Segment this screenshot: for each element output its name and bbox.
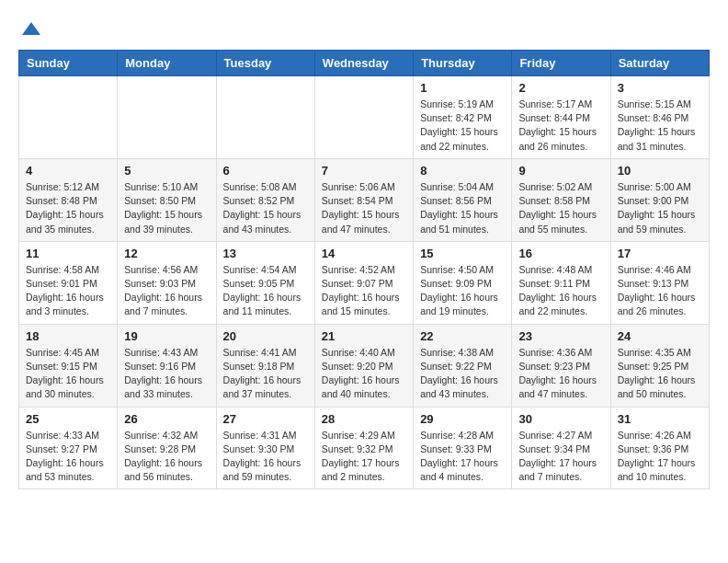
day-number: 18 (26, 329, 110, 343)
day-info: Sunrise: 5:00 AM Sunset: 9:00 PM Dayligh… (618, 180, 702, 236)
day-info: Sunrise: 4:28 AM Sunset: 9:33 PM Dayligh… (420, 429, 505, 485)
day-cell: 17Sunrise: 4:46 AM Sunset: 9:13 PM Dayli… (610, 241, 709, 324)
weekday-header-monday: Monday (118, 51, 216, 76)
day-number: 11 (26, 247, 110, 260)
day-cell: 18Sunrise: 4:45 AM Sunset: 9:15 PM Dayli… (19, 324, 118, 407)
weekday-header-friday: Friday (512, 51, 610, 76)
day-info: Sunrise: 4:48 AM Sunset: 9:11 PM Dayligh… (518, 263, 603, 319)
day-cell: 31Sunrise: 4:26 AM Sunset: 9:36 PM Dayli… (610, 407, 709, 489)
day-cell: 25Sunrise: 4:33 AM Sunset: 9:27 PM Dayli… (19, 407, 118, 489)
day-cell: 20Sunrise: 4:41 AM Sunset: 9:18 PM Dayli… (216, 324, 314, 407)
day-cell: 23Sunrise: 4:36 AM Sunset: 9:23 PM Dayli… (512, 324, 610, 407)
day-number: 5 (124, 164, 209, 178)
day-cell: 3Sunrise: 5:15 AM Sunset: 8:46 PM Daylig… (610, 76, 709, 159)
day-cell: 19Sunrise: 4:43 AM Sunset: 9:16 PM Dayli… (118, 324, 216, 407)
day-cell: 13Sunrise: 4:54 AM Sunset: 9:05 PM Dayli… (216, 241, 314, 324)
day-number: 7 (322, 164, 406, 178)
week-row-5: 25Sunrise: 4:33 AM Sunset: 9:27 PM Dayli… (19, 407, 710, 489)
day-cell: 1Sunrise: 5:19 AM Sunset: 8:42 PM Daylig… (414, 76, 512, 159)
day-info: Sunrise: 4:56 AM Sunset: 9:03 PM Dayligh… (124, 263, 209, 319)
day-info: Sunrise: 4:36 AM Sunset: 9:23 PM Dayligh… (518, 346, 603, 402)
day-info: Sunrise: 5:10 AM Sunset: 8:50 PM Dayligh… (124, 180, 209, 236)
day-cell (19, 76, 118, 159)
day-cell: 26Sunrise: 4:32 AM Sunset: 9:28 PM Dayli… (118, 407, 216, 489)
day-info: Sunrise: 4:27 AM Sunset: 9:34 PM Dayligh… (518, 429, 603, 485)
logo (18, 18, 42, 40)
day-number: 21 (322, 329, 406, 343)
day-number: 17 (618, 247, 702, 260)
day-info: Sunrise: 4:43 AM Sunset: 9:16 PM Dayligh… (124, 346, 209, 402)
day-cell: 14Sunrise: 4:52 AM Sunset: 9:07 PM Dayli… (314, 241, 413, 324)
day-info: Sunrise: 4:38 AM Sunset: 9:22 PM Dayligh… (420, 346, 505, 402)
day-info: Sunrise: 4:41 AM Sunset: 9:18 PM Dayligh… (223, 346, 308, 402)
day-info: Sunrise: 4:31 AM Sunset: 9:30 PM Dayligh… (223, 429, 308, 485)
day-info: Sunrise: 5:17 AM Sunset: 8:44 PM Dayligh… (518, 98, 603, 154)
day-info: Sunrise: 4:29 AM Sunset: 9:32 PM Dayligh… (322, 429, 406, 485)
day-number: 16 (518, 247, 603, 260)
day-info: Sunrise: 4:52 AM Sunset: 9:07 PM Dayligh… (322, 263, 406, 319)
day-number: 6 (223, 164, 308, 178)
day-info: Sunrise: 4:35 AM Sunset: 9:25 PM Dayligh… (618, 346, 702, 402)
day-cell: 22Sunrise: 4:38 AM Sunset: 9:22 PM Dayli… (414, 324, 512, 407)
day-number: 31 (618, 412, 702, 426)
day-number: 8 (420, 164, 505, 178)
day-info: Sunrise: 5:02 AM Sunset: 8:58 PM Dayligh… (518, 180, 603, 236)
day-number: 24 (618, 329, 702, 343)
day-cell: 9Sunrise: 5:02 AM Sunset: 8:58 PM Daylig… (512, 158, 610, 241)
day-number: 29 (420, 412, 505, 426)
day-cell: 12Sunrise: 4:56 AM Sunset: 9:03 PM Dayli… (118, 241, 216, 324)
day-info: Sunrise: 5:08 AM Sunset: 8:52 PM Dayligh… (223, 180, 308, 236)
day-cell: 28Sunrise: 4:29 AM Sunset: 9:32 PM Dayli… (314, 407, 413, 489)
day-info: Sunrise: 4:58 AM Sunset: 9:01 PM Dayligh… (26, 263, 110, 319)
day-cell: 11Sunrise: 4:58 AM Sunset: 9:01 PM Dayli… (19, 241, 118, 324)
svg-marker-0 (22, 22, 40, 35)
day-cell: 10Sunrise: 5:00 AM Sunset: 9:00 PM Dayli… (610, 158, 709, 241)
day-info: Sunrise: 5:06 AM Sunset: 8:54 PM Dayligh… (322, 180, 406, 236)
day-cell: 27Sunrise: 4:31 AM Sunset: 9:30 PM Dayli… (216, 407, 314, 489)
calendar-table: SundayMondayTuesdayWednesdayThursdayFrid… (18, 50, 710, 489)
day-number: 4 (26, 164, 110, 178)
day-info: Sunrise: 4:50 AM Sunset: 9:09 PM Dayligh… (420, 263, 505, 319)
day-number: 25 (26, 412, 110, 426)
day-cell: 24Sunrise: 4:35 AM Sunset: 9:25 PM Dayli… (610, 324, 709, 407)
day-number: 27 (223, 412, 308, 426)
day-cell (314, 76, 413, 159)
weekday-header-saturday: Saturday (610, 51, 709, 76)
day-cell: 5Sunrise: 5:10 AM Sunset: 8:50 PM Daylig… (118, 158, 216, 241)
day-number: 22 (420, 329, 505, 343)
day-info: Sunrise: 4:54 AM Sunset: 9:05 PM Dayligh… (223, 263, 308, 319)
day-number: 19 (124, 329, 209, 343)
day-number: 10 (618, 164, 702, 178)
day-info: Sunrise: 4:45 AM Sunset: 9:15 PM Dayligh… (26, 346, 110, 402)
day-cell: 2Sunrise: 5:17 AM Sunset: 8:44 PM Daylig… (512, 76, 610, 159)
day-info: Sunrise: 5:12 AM Sunset: 8:48 PM Dayligh… (26, 180, 110, 236)
day-number: 28 (322, 412, 406, 426)
day-info: Sunrise: 5:15 AM Sunset: 8:46 PM Dayligh… (618, 98, 702, 154)
weekday-header-thursday: Thursday (414, 51, 512, 76)
day-cell: 16Sunrise: 4:48 AM Sunset: 9:11 PM Dayli… (512, 241, 610, 324)
day-number: 1 (420, 81, 505, 95)
day-cell: 4Sunrise: 5:12 AM Sunset: 8:48 PM Daylig… (19, 158, 118, 241)
day-info: Sunrise: 5:04 AM Sunset: 8:56 PM Dayligh… (420, 180, 505, 236)
day-cell: 6Sunrise: 5:08 AM Sunset: 8:52 PM Daylig… (216, 158, 314, 241)
day-info: Sunrise: 4:40 AM Sunset: 9:20 PM Dayligh… (322, 346, 406, 402)
day-cell (216, 76, 314, 159)
day-number: 23 (518, 329, 603, 343)
day-cell (118, 76, 216, 159)
day-number: 26 (124, 412, 209, 426)
day-info: Sunrise: 4:32 AM Sunset: 9:28 PM Dayligh… (124, 429, 209, 485)
day-info: Sunrise: 5:19 AM Sunset: 8:42 PM Dayligh… (420, 98, 505, 154)
day-number: 3 (618, 81, 702, 95)
day-number: 12 (124, 247, 209, 260)
day-number: 14 (322, 247, 406, 260)
weekday-header-sunday: Sunday (19, 51, 118, 76)
week-row-2: 4Sunrise: 5:12 AM Sunset: 8:48 PM Daylig… (19, 158, 710, 241)
day-number: 30 (518, 412, 603, 426)
day-number: 15 (420, 247, 505, 260)
day-number: 20 (223, 329, 308, 343)
day-cell: 30Sunrise: 4:27 AM Sunset: 9:34 PM Dayli… (512, 407, 610, 489)
page-header (18, 18, 710, 40)
day-info: Sunrise: 4:33 AM Sunset: 9:27 PM Dayligh… (26, 429, 110, 485)
day-info: Sunrise: 4:26 AM Sunset: 9:36 PM Dayligh… (618, 429, 702, 485)
day-cell: 21Sunrise: 4:40 AM Sunset: 9:20 PM Dayli… (314, 324, 413, 407)
